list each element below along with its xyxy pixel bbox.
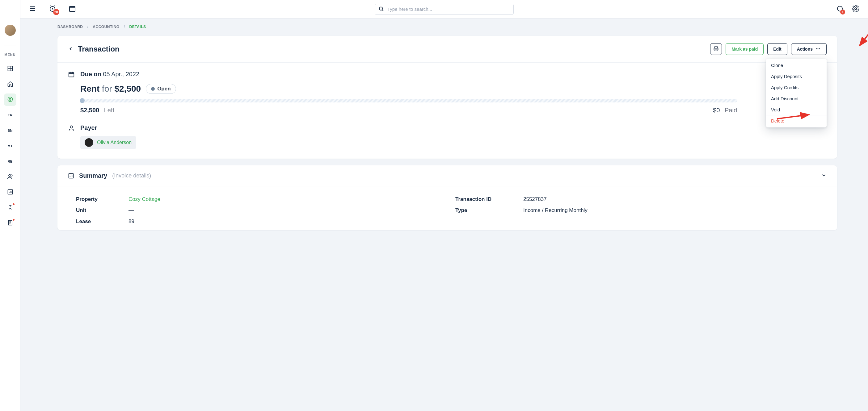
sidebar-item-mt[interactable]: MT bbox=[4, 140, 17, 152]
bn-label: BN bbox=[8, 129, 13, 132]
payer-avatar bbox=[85, 138, 93, 147]
settings-button[interactable] bbox=[852, 5, 859, 13]
summary-row-type: Type Income / Recurring Monthly bbox=[447, 205, 827, 216]
edit-button[interactable]: Edit bbox=[767, 43, 787, 55]
document-icon bbox=[7, 220, 13, 227]
sidebar-item-docs[interactable] bbox=[4, 217, 17, 229]
chevron-down-icon bbox=[821, 174, 827, 179]
action-void[interactable]: Void bbox=[766, 104, 827, 115]
breadcrumb-dashboard[interactable]: DASHBOARD bbox=[58, 25, 83, 29]
user-avatar[interactable] bbox=[5, 25, 16, 36]
action-delete[interactable]: Delete bbox=[766, 115, 827, 126]
breadcrumb-separator: / bbox=[87, 25, 89, 29]
sidebar-divider bbox=[4, 45, 17, 45]
mt-label: MT bbox=[8, 144, 13, 148]
summary-row-txid: Transaction ID 25527837 bbox=[447, 194, 827, 205]
rent-amount: $2,500 bbox=[114, 84, 141, 94]
action-add-discount[interactable]: Add Discount bbox=[766, 93, 827, 104]
summary-label-txid: Transaction ID bbox=[455, 196, 523, 202]
svg-rect-9 bbox=[715, 49, 718, 50]
tools-icon bbox=[7, 204, 13, 211]
mark-as-paid-label: Mark as paid bbox=[732, 46, 758, 52]
sidebar-item-tr[interactable]: TR bbox=[4, 109, 17, 121]
breadcrumb-separator: / bbox=[124, 25, 125, 29]
sidebar-item-reports[interactable] bbox=[4, 186, 17, 198]
user-icon bbox=[68, 125, 75, 131]
summary-subtitle: (Invoice details) bbox=[112, 172, 151, 179]
content-area: DASHBOARD / ACCOUNTING / DETAILS Transac… bbox=[21, 19, 868, 411]
sidebar-item-re[interactable]: RE bbox=[4, 155, 17, 168]
payer-chip[interactable]: Olivia Anderson bbox=[80, 136, 136, 149]
people-icon bbox=[7, 173, 13, 180]
summary-title: Summary bbox=[79, 172, 107, 179]
amount-paid-value: $0 bbox=[713, 107, 720, 113]
summary-header: Summary (Invoice details) bbox=[58, 165, 837, 186]
search-wrapper bbox=[375, 4, 514, 15]
print-button[interactable] bbox=[710, 43, 722, 55]
sidebar-item-tools[interactable] bbox=[4, 202, 17, 214]
amount-left-value: $2,500 bbox=[80, 107, 99, 113]
home-icon bbox=[7, 81, 13, 88]
tr-label: TR bbox=[8, 113, 12, 117]
search-icon bbox=[378, 6, 384, 12]
chat-badge: 1 bbox=[840, 9, 845, 14]
breadcrumb-accounting[interactable]: ACCOUNTING bbox=[93, 25, 119, 29]
search-input[interactable] bbox=[375, 4, 514, 15]
back-button[interactable] bbox=[68, 46, 73, 53]
summary-value-txid: 25527837 bbox=[523, 196, 547, 202]
annotation-arrow-actions bbox=[856, 28, 868, 49]
status-pill: Open bbox=[146, 84, 176, 94]
summary-collapse-toggle[interactable] bbox=[821, 172, 827, 179]
mark-as-paid-button[interactable]: Mark as paid bbox=[725, 43, 764, 55]
sidebar: MENU TR BN MT RE bbox=[0, 0, 21, 411]
bar-chart-icon bbox=[68, 173, 74, 179]
alarm-badge: 20 bbox=[53, 9, 59, 15]
gear-icon bbox=[852, 5, 859, 13]
actions-dropdown-menu: Clone Apply Deposits Apply Credits Add D… bbox=[766, 59, 827, 128]
payment-progress-bar bbox=[80, 99, 737, 102]
edit-label: Edit bbox=[773, 46, 781, 52]
chart-icon bbox=[7, 189, 13, 196]
actions-button[interactable]: Actions bbox=[791, 43, 827, 55]
breadcrumb: DASHBOARD / ACCOUNTING / DETAILS bbox=[58, 25, 837, 29]
re-label: RE bbox=[8, 160, 12, 163]
calendar-button[interactable] bbox=[69, 5, 76, 13]
action-clone[interactable]: Clone bbox=[766, 60, 827, 71]
svg-rect-6 bbox=[69, 6, 75, 11]
sidebar-item-home[interactable] bbox=[4, 78, 17, 91]
hamburger-icon bbox=[29, 5, 36, 13]
transaction-card-header: Transaction Mark as paid Edit bbox=[58, 36, 837, 63]
breadcrumb-details[interactable]: DETAILS bbox=[129, 25, 146, 29]
sidebar-item-people[interactable] bbox=[4, 171, 17, 183]
payer-section-title: Payer bbox=[80, 124, 97, 131]
amounts-row: $2,500 Left $0 Paid bbox=[80, 107, 737, 114]
summary-row-property: Property Cozy Cottage bbox=[68, 194, 447, 205]
transaction-card: Transaction Mark as paid Edit bbox=[58, 36, 837, 159]
summary-card: Summary (Invoice details) Property Coz bbox=[58, 165, 837, 230]
svg-point-11 bbox=[818, 48, 818, 49]
rent-for: for bbox=[102, 84, 112, 94]
svg-rect-13 bbox=[69, 72, 74, 77]
summary-value-type: Income / Recurring Monthly bbox=[523, 207, 588, 213]
chevron-left-icon bbox=[68, 46, 73, 53]
svg-point-2 bbox=[9, 174, 11, 176]
alarm-button[interactable]: 20 bbox=[49, 5, 56, 13]
sidebar-item-accounting[interactable] bbox=[4, 94, 17, 106]
summary-value-property[interactable]: Cozy Cottage bbox=[128, 196, 160, 202]
calendar-icon bbox=[68, 71, 75, 78]
action-apply-deposits[interactable]: Apply Deposits bbox=[766, 71, 827, 82]
chat-button[interactable]: 1 bbox=[836, 5, 843, 13]
summary-row-unit: Unit — bbox=[68, 205, 447, 216]
due-prefix: Due on bbox=[80, 71, 101, 77]
sidebar-item-dashboard[interactable] bbox=[4, 63, 17, 75]
action-apply-credits[interactable]: Apply Credits bbox=[766, 82, 827, 93]
actions-label: Actions bbox=[797, 46, 813, 52]
payer-name: Olivia Anderson bbox=[97, 140, 132, 145]
sidebar-menu-label: MENU bbox=[4, 53, 16, 57]
hamburger-menu-button[interactable] bbox=[29, 5, 36, 13]
page-title: Transaction bbox=[78, 45, 120, 54]
amount-left-label: Left bbox=[104, 107, 114, 113]
summary-label-type: Type bbox=[455, 207, 523, 213]
amount-paid-label: Paid bbox=[725, 107, 737, 113]
sidebar-item-bn[interactable]: BN bbox=[4, 124, 17, 137]
